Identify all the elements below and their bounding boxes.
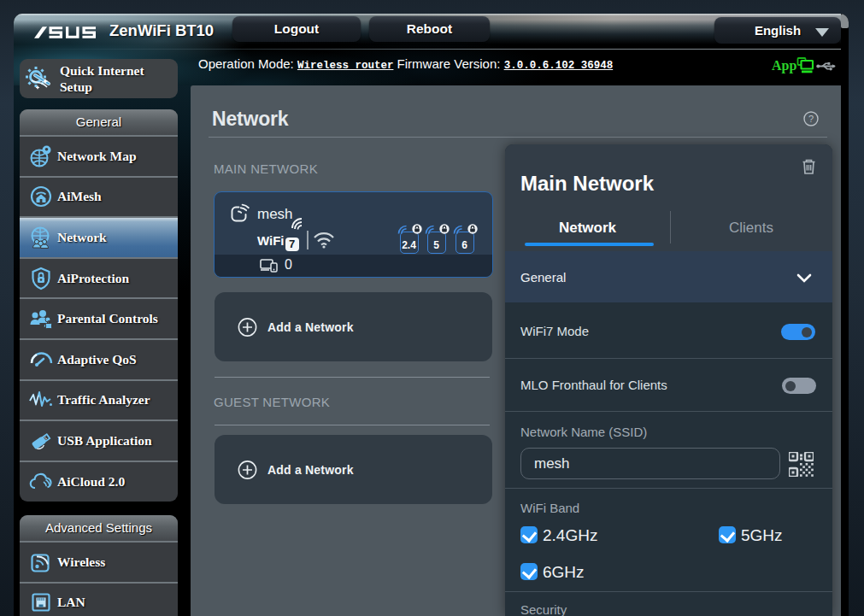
svg-text:?: ? <box>808 114 814 124</box>
